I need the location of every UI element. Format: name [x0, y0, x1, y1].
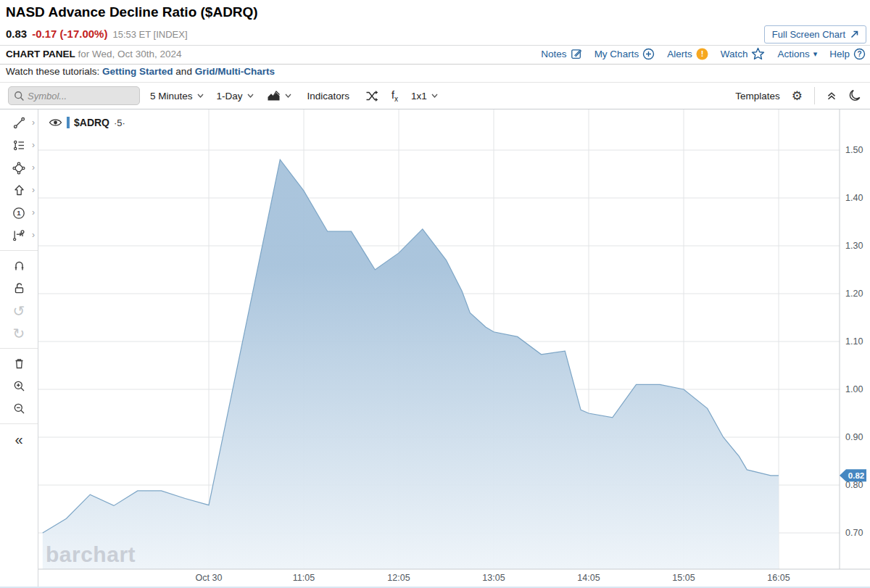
zoom-in-icon: [13, 380, 25, 392]
arrow-marker-icon: [13, 184, 25, 196]
y-axis-tick-label: 1.20: [845, 289, 863, 299]
notes-link[interactable]: Notes: [541, 48, 581, 59]
settings-button[interactable]: ⚙: [792, 90, 803, 102]
tool-arrow-marker-button[interactable]: ›: [0, 179, 38, 202]
rail-separator: [0, 348, 38, 349]
legend-period: ·5·: [114, 117, 125, 128]
tool-collapse-rail-button[interactable]: «: [0, 428, 38, 450]
rail-separator: [0, 250, 38, 251]
symbol-search-input[interactable]: [28, 87, 136, 104]
expand-chevron-icon[interactable]: ›: [32, 207, 35, 218]
fibonacci-icon: [13, 139, 25, 152]
actions-menu[interactable]: Actions ▾: [777, 49, 817, 59]
chevron-down-icon: [197, 94, 204, 98]
tool-magnet-mode-button[interactable]: [0, 254, 38, 277]
chart-toolbar: 5 Minutes 1-Day Indicators: [0, 83, 870, 109]
help-link[interactable]: Help ?: [829, 48, 866, 60]
alert-badge-icon: !: [696, 48, 708, 60]
price-chart-canvas[interactable]: barchart1.501.401.301.201.101.000.900.80…: [38, 109, 870, 588]
my-charts-link[interactable]: My Charts: [594, 48, 655, 60]
tool-fibonacci-button[interactable]: ›: [0, 134, 38, 157]
shapes-icon: [12, 162, 25, 175]
watch-link[interactable]: Watch: [721, 47, 766, 60]
tool-undo-button: ↺: [0, 299, 38, 322]
panel-menu: Notes My Charts Alerts !: [541, 47, 866, 60]
y-axis-tick-label: 1.00: [845, 384, 863, 394]
zoom-out-icon: [13, 402, 25, 415]
tool-trendline-button[interactable]: ›: [0, 112, 38, 134]
indicators-button[interactable]: Indicators: [307, 91, 350, 102]
moon-icon: [848, 89, 861, 102]
grid-multi-charts-link[interactable]: Grid/Multi-Charts: [195, 66, 275, 77]
last-price: 0.83: [6, 28, 27, 40]
panel-header-row: CHART PANEL for Wed, Oct 30th, 2024 Note…: [0, 46, 870, 64]
tutorials-and: and: [175, 66, 192, 77]
dark-mode-toggle[interactable]: [848, 89, 861, 102]
help-circle-icon: ?: [853, 48, 866, 60]
svg-text:?: ?: [857, 50, 861, 58]
full-screen-chart-button[interactable]: Full Screen Chart: [764, 25, 866, 44]
compare-button[interactable]: [365, 91, 378, 102]
x-axis-tick-label: 16:05: [767, 573, 790, 583]
getting-started-link[interactable]: Getting Started: [102, 66, 173, 77]
fx-icon: fx: [392, 89, 398, 103]
full-screen-chart-label: Full Screen Chart: [772, 29, 845, 40]
chevron-down-icon: [431, 94, 438, 98]
last-price-bubble-value: 0.82: [848, 471, 864, 480]
expand-chevron-icon[interactable]: ›: [32, 230, 35, 240]
collapse-panel-button[interactable]: [826, 91, 837, 101]
range-dropdown[interactable]: 1-Day: [217, 91, 254, 102]
x-axis-tick-label: 12:05: [387, 573, 410, 583]
tool-number-annotation-button[interactable]: 1›: [0, 202, 38, 224]
tool-redo-button: ↻: [0, 322, 38, 344]
svg-text:!: !: [700, 49, 703, 58]
x-axis-tick-label: 14:05: [577, 573, 600, 583]
number-annotation-icon: 1: [12, 207, 25, 220]
y-axis-tick-label: 0.70: [845, 528, 863, 538]
divider: [0, 64, 870, 65]
trendline-icon: [13, 117, 25, 129]
expand-chevron-icon[interactable]: ›: [32, 185, 35, 195]
tool-zoom-in-button[interactable]: [0, 375, 38, 397]
series-color-bar: [67, 117, 70, 128]
page-title: NASD Advance Decline Ratio ($ADRQ): [6, 4, 258, 20]
chart-type-dropdown[interactable]: [267, 91, 291, 102]
expand-chevron-icon[interactable]: ›: [32, 140, 35, 150]
tool-unlock-button[interactable]: [0, 277, 38, 299]
chart-panel-page: NASD Advance Decline Ratio ($ADRQ) 0.83 …: [0, 0, 870, 588]
period-dropdown[interactable]: 5 Minutes: [150, 91, 204, 102]
y-axis-tick-label: 1.30: [845, 241, 863, 251]
toolbar-divider: [814, 87, 815, 104]
panel-date: for Wed, Oct 30th, 2024: [78, 49, 182, 59]
chart-legend: $ADRQ ·5·: [49, 117, 125, 128]
alerts-label: Alerts: [667, 49, 692, 59]
area-series-fill: [43, 160, 779, 569]
functions-button[interactable]: fx: [392, 89, 398, 103]
eye-icon[interactable]: [49, 117, 62, 128]
drawing-tool-rail: ››››1››↺↻«: [0, 109, 38, 588]
alerts-link[interactable]: Alerts !: [667, 48, 708, 60]
symbol-search-box: [8, 86, 140, 105]
range-label: 1-Day: [217, 91, 243, 102]
svg-text:1: 1: [17, 209, 21, 217]
chevron-down-icon: [247, 94, 254, 98]
chevron-down-icon: [285, 94, 291, 98]
tutorials-row: Watch these tutorials: Getting Started a…: [6, 66, 275, 77]
tool-zoom-out-button[interactable]: [0, 397, 38, 420]
tool-shapes-button[interactable]: ›: [0, 157, 38, 179]
help-label: Help: [829, 49, 850, 59]
grid-layout-dropdown[interactable]: 1x1: [411, 91, 438, 102]
area-chart-icon: [267, 91, 281, 102]
templates-button[interactable]: Templates: [735, 91, 780, 102]
tool-delete-drawings-button[interactable]: [0, 352, 38, 375]
tool-position-tool-button[interactable]: ›: [0, 224, 38, 247]
legend-symbol: $ADRQ: [74, 117, 109, 128]
expand-chevron-icon[interactable]: ›: [32, 162, 35, 173]
my-charts-label: My Charts: [594, 49, 639, 59]
watch-label: Watch: [721, 49, 748, 59]
x-axis-tick-label: 11:05: [293, 573, 315, 583]
chart-region: barchart1.501.401.301.201.101.000.900.80…: [38, 109, 870, 588]
expand-chevron-icon[interactable]: ›: [32, 117, 35, 128]
unlock-icon: [13, 282, 25, 294]
indicators-label: Indicators: [307, 91, 350, 102]
